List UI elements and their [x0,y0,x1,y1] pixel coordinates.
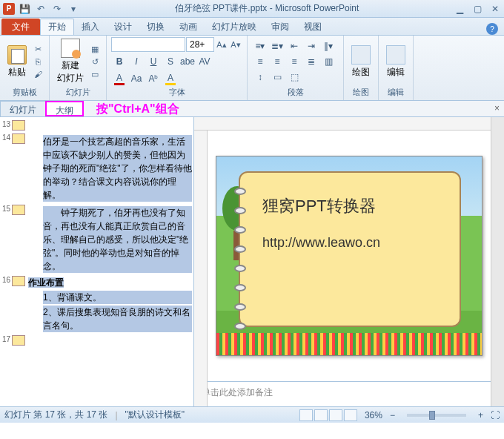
reading-view-icon[interactable] [329,409,342,421]
tab-review[interactable]: 审阅 [264,19,296,35]
highlight-button[interactable]: A [162,71,179,86]
zoom-out-icon[interactable]: − [390,410,395,420]
drawing-button[interactable]: 绘图 [348,44,374,80]
scrollbar-vertical[interactable] [491,117,504,406]
close-icon[interactable]: ✕ [489,3,501,15]
shrink-font-icon[interactable]: A▾ [229,39,242,50]
outline-item[interactable]: 14 伯牙是一个技艺高超的音乐家，生活中应该不缺少别人的赞美，但他因为钟子期的死… [1,133,192,202]
tab-animations[interactable]: 动画 [172,19,205,35]
zoom-slider[interactable] [407,414,466,417]
slide-thumb-icon [12,335,25,346]
format-painter-icon[interactable]: 🖌 [31,68,44,80]
numbering-icon[interactable]: ≣▾ [269,39,285,53]
normal-view-icon[interactable] [299,409,313,421]
ribbon-tab-strip: 文件 开始 插入 设计 切换 动画 幻灯片放映 审阅 视图 ? [0,18,504,36]
zoom-in-icon[interactable]: + [478,410,483,420]
outline-pane[interactable]: 13 14 伯牙是一个技艺高超的音乐家，生活中应该不缺少别人的赞美，但他因为钟子… [0,117,194,406]
quick-access-toolbar: 💾 ↶ ↷ ▾ [18,2,80,16]
zoom-thumb[interactable] [429,411,435,420]
ribbon: 粘贴 ✂ ⎘ 🖌 剪贴板 新建 幻灯片 ▦ ↺ ▭ 幻灯片 [0,36,504,101]
tab-slides-panel[interactable]: 幻灯片 [0,101,46,116]
panel-tab-strip: 幻灯片 大纲 × [0,101,504,117]
section-icon[interactable]: ▭ [88,68,102,80]
font-family-select[interactable] [111,37,185,52]
strike-button[interactable]: S [162,54,179,69]
outline-item[interactable]: 17 [1,335,192,346]
group-label: 绘图 [348,86,374,99]
align-left-icon[interactable]: ≡ [252,54,268,69]
bold-button[interactable]: B [111,54,127,69]
sorter-view-icon[interactable] [314,409,328,421]
shadow-button[interactable]: abe [179,54,196,69]
help-icon[interactable]: ? [486,23,498,35]
redo-icon[interactable]: ↷ [50,2,64,16]
slide-canvas[interactable]: 狸窝PPT转换器 http://www.leawo.cn [194,131,491,381]
new-slide-button[interactable]: 新建 幻灯片 [54,37,87,86]
minimize-icon[interactable]: ▁ [454,3,465,15]
flowers-graphic [216,333,482,355]
content-area: 13 14 伯牙是一个技艺高超的音乐家，生活中应该不缺少别人的赞美，但他因为钟子… [0,117,504,406]
template-name: "默认设计模板" [125,409,185,421]
clear-format-icon[interactable]: Aᵇ [145,71,162,86]
columns-icon[interactable]: ▥ [320,54,336,69]
tab-insert[interactable]: 插入 [74,19,107,35]
group-drawing: 绘图 绘图 [344,36,379,100]
save-icon[interactable]: 💾 [18,2,31,16]
case-button[interactable]: Aa [128,71,145,86]
find-button[interactable]: 编辑 [383,44,408,80]
tab-slideshow[interactable]: 幻灯片放映 [205,19,264,35]
font-size-select[interactable] [186,37,214,52]
slide-counter: 幻灯片 第 17 张，共 17 张 [4,409,107,421]
tab-design[interactable]: 设计 [107,19,139,35]
slideshow-view-icon[interactable] [344,409,357,421]
slide-preview[interactable]: 狸窝PPT转换器 http://www.leawo.cn [216,156,483,356]
outline-body: 伯牙是一个技艺高超的音乐家，生活中应该不缺少别人的赞美，但他因为钟子期的死而"绝… [43,135,192,202]
outline-item[interactable]: 15 钟子期死了，伯牙再也没有了知音，再也没有人能真正欣赏自己的音乐、理解自己的… [1,205,192,273]
align-text-icon[interactable]: ▭ [269,70,285,85]
outline-body: 1、背诵课文。 [43,291,192,304]
linespacing-icon[interactable]: ‖▾ [320,39,336,53]
indent-inc-icon[interactable]: ⇥ [303,39,319,53]
maximize-icon[interactable]: ▢ [471,3,483,15]
paste-button[interactable]: 粘贴 [4,44,30,80]
slide-number: 13 [1,120,12,131]
slide-number: 14 [1,133,12,202]
title-bar: P 💾 ↶ ↷ ▾ 伯牙绝弦 PPT课件.pptx - Microsoft Po… [0,0,504,18]
underline-button[interactable]: U [145,54,162,69]
tab-home[interactable]: 开始 [40,19,74,35]
grow-font-icon[interactable]: A▴ [215,39,228,50]
group-paragraph: ≡▾ ≣▾ ⇤ ⇥ ‖▾ ≡ ≡ ≡ ≣ ▥ ↕ ▭ ⬚ 段落 [248,36,344,100]
reset-icon[interactable]: ↺ [88,56,102,67]
file-tab[interactable]: 文件 [1,19,40,35]
paste-icon [7,45,27,65]
qat-more-icon[interactable]: ▾ [67,2,80,16]
drawing-label: 绘图 [352,66,370,79]
ruler-horizontal[interactable] [194,117,491,131]
notes-pane[interactable]: 单击此处添加备注 [194,381,491,406]
new-slide-label: 新建 幻灯片 [57,59,84,85]
indent-dec-icon[interactable]: ⇤ [286,39,302,53]
fit-window-icon[interactable]: ⛶ [491,410,500,420]
tab-transitions[interactable]: 切换 [139,19,172,35]
layout-icon[interactable]: ▦ [88,43,102,55]
outline-item[interactable]: 16 作业布置 1、背诵课文。 2、课后搜集表现知音良朋的诗文和名言名句。 [1,276,192,332]
undo-icon[interactable]: ↶ [34,2,47,16]
bullets-icon[interactable]: ≡▾ [252,39,268,53]
italic-button[interactable]: I [128,54,145,69]
align-center-icon[interactable]: ≡ [269,54,285,69]
new-slide-icon [61,39,80,58]
panel-close-icon[interactable]: × [490,101,504,116]
tab-outline-panel[interactable]: 大纲 [45,101,84,116]
justify-icon[interactable]: ≣ [303,54,319,69]
smartart-icon[interactable]: ⬚ [286,70,302,85]
align-right-icon[interactable]: ≡ [286,54,302,69]
copy-icon[interactable]: ⎘ [31,56,44,67]
tab-view[interactable]: 视图 [296,19,329,35]
ruler-vertical[interactable] [194,131,208,406]
group-label: 剪贴板 [4,86,44,99]
cut-icon[interactable]: ✂ [31,43,44,55]
font-color-button[interactable]: A [111,71,127,86]
text-direction-icon[interactable]: ↕ [252,70,268,85]
outline-item[interactable]: 13 [1,120,192,131]
charspacing-button[interactable]: AV [196,54,213,69]
